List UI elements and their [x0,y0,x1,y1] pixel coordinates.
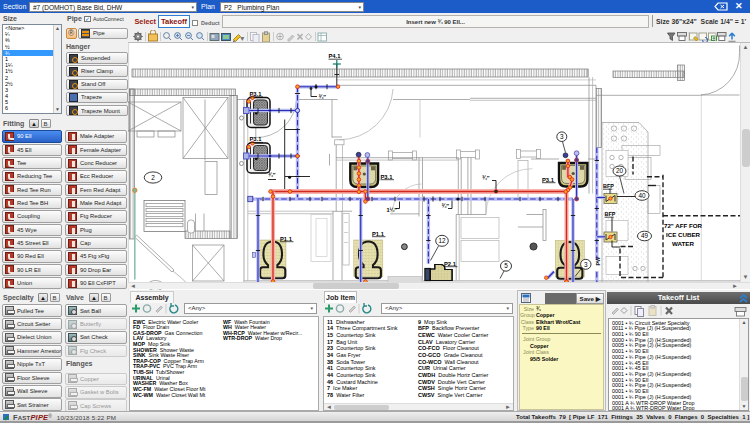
svg-text:P3.1: P3.1 [381,173,394,179]
svg-text:P3.1: P3.1 [250,90,263,96]
svg-text:12: 12 [438,237,446,244]
svg-text:¾″: ¾″ [268,172,276,178]
svg-text:¾″: ¾″ [482,175,490,181]
svg-text:1¼″: 1¼″ [386,206,397,212]
svg-text:72" AFF FOR: 72" AFF FOR [664,221,703,228]
svg-text:¾″: ¾″ [442,202,450,208]
svg-text:BFP: BFP [603,183,614,189]
svg-text:49: 49 [641,232,649,239]
svg-text:P1.1: P1.1 [280,235,293,241]
svg-text:ICE CUBER: ICE CUBER [666,230,701,237]
svg-text:P3.1: P3.1 [250,136,263,142]
svg-text:2: 2 [151,173,155,180]
svg-text:P1.1: P1.1 [372,230,385,236]
svg-text:3: 3 [560,132,564,139]
svg-text:BFP: BFP [605,211,616,217]
svg-text:P3.1: P3.1 [542,176,555,182]
svg-text:3: 3 [584,260,588,267]
svg-text:¾″: ¾″ [319,93,327,99]
svg-text:P2.1: P2.1 [444,260,457,266]
svg-text:5: 5 [504,262,508,269]
svg-text:▾: ▾ [241,35,244,41]
svg-text:WATER: WATER [672,239,694,246]
svg-text:P4.1: P4.1 [329,53,342,59]
svg-text:20: 20 [616,167,624,174]
svg-text:PW: PW [595,255,601,265]
svg-text:40: 40 [638,191,646,198]
